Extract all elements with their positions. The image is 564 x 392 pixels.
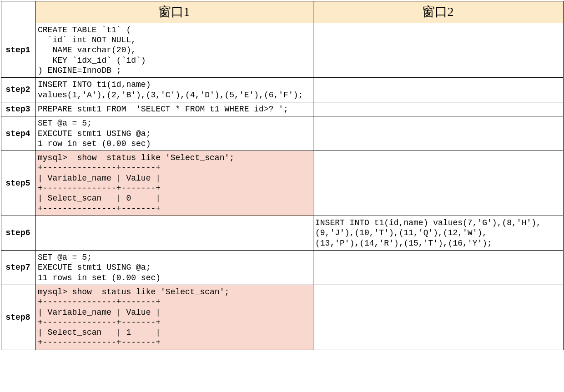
window1-cell: SET @a = 5; EXECUTE stmt1 USING @a; 11 r… <box>36 250 313 285</box>
window2-cell <box>313 250 564 285</box>
window1-cell <box>36 216 313 251</box>
window1-cell: INSERT INTO t1(id,name) values(1,'A'),(2… <box>36 78 313 102</box>
sql-steps-table: 窗口1 窗口2 step1CREATE TABLE `t1` ( `id` in… <box>1 1 564 350</box>
table-row: step7SET @a = 5; EXECUTE stmt1 USING @a;… <box>1 250 564 285</box>
window2-cell <box>313 151 564 216</box>
step-label: step7 <box>1 250 36 285</box>
table-row: step1CREATE TABLE `t1` ( `id` int NOT NU… <box>1 23 564 78</box>
table-body: step1CREATE TABLE `t1` ( `id` int NOT NU… <box>1 23 564 350</box>
step-label: step8 <box>1 285 36 350</box>
table-row: step3PREPARE stmt1 FROM 'SELECT * FROM t… <box>1 102 564 116</box>
table-row: step5mysql> show status like 'Select_sca… <box>1 151 564 216</box>
window2-cell <box>313 23 564 78</box>
window1-cell: PREPARE stmt1 FROM 'SELECT * FROM t1 WHE… <box>36 102 313 116</box>
window1-cell: mysql> show status like 'Select_scan'; +… <box>36 285 313 350</box>
step-label: step1 <box>1 23 36 78</box>
window2-cell <box>313 102 564 116</box>
window1-cell: SET @a = 5; EXECUTE stmt1 USING @a; 1 ro… <box>36 116 313 151</box>
header-window1: 窗口1 <box>36 1 313 23</box>
table-row: step8mysql> show status like 'Select_sca… <box>1 285 564 350</box>
step-label: step2 <box>1 78 36 102</box>
header-blank <box>1 1 36 23</box>
step-label: step5 <box>1 151 36 216</box>
window1-cell: CREATE TABLE `t1` ( `id` int NOT NULL, N… <box>36 23 313 78</box>
header-window2: 窗口2 <box>313 1 564 23</box>
table-row: step6INSERT INTO t1(id,name) values(7,'G… <box>1 216 564 251</box>
step-label: step3 <box>1 102 36 116</box>
window2-cell <box>313 78 564 102</box>
step-label: step4 <box>1 116 36 151</box>
step-label: step6 <box>1 216 36 251</box>
table-header-row: 窗口1 窗口2 <box>1 1 564 23</box>
window2-cell <box>313 116 564 151</box>
table-row: step4SET @a = 5; EXECUTE stmt1 USING @a;… <box>1 116 564 151</box>
window1-cell: mysql> show status like 'Select_scan'; +… <box>36 151 313 216</box>
table-row: step2INSERT INTO t1(id,name) values(1,'A… <box>1 78 564 102</box>
window2-cell <box>313 285 564 350</box>
window2-cell: INSERT INTO t1(id,name) values(7,'G'),(8… <box>313 216 564 251</box>
